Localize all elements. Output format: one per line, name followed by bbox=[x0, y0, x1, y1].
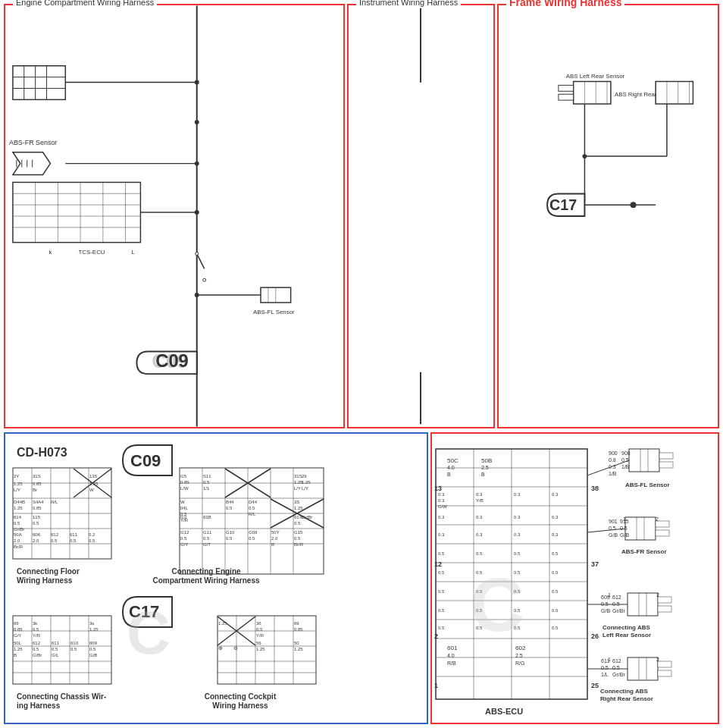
svg-text:2Y: 2Y bbox=[14, 474, 19, 479]
svg-text:4.0: 4.0 bbox=[447, 465, 455, 470]
svg-text:0.5: 0.5 bbox=[552, 608, 559, 613]
svg-rect-52 bbox=[559, 85, 574, 91]
svg-text:0.3: 0.3 bbox=[552, 515, 559, 519]
svg-point-62 bbox=[582, 154, 587, 158]
instrument-diagram bbox=[349, 5, 493, 427]
svg-text:612: 612 bbox=[612, 595, 621, 600]
svg-text:0.5: 0.5 bbox=[203, 536, 210, 541]
svg-text:1.25: 1.25 bbox=[14, 482, 23, 486]
svg-text:0.3: 0.3 bbox=[476, 532, 483, 537]
svg-text:0.3: 0.3 bbox=[438, 498, 445, 503]
svg-text:Compartment Wiring Harness: Compartment Wiring Harness bbox=[152, 576, 259, 585]
svg-text:1.25: 1.25 bbox=[294, 647, 303, 651]
svg-text:612: 612 bbox=[51, 532, 59, 537]
svg-text:G/Y: G/Y bbox=[180, 542, 188, 547]
svg-text:1.25: 1.25 bbox=[302, 480, 311, 485]
svg-text:115: 115 bbox=[33, 515, 41, 519]
svg-text:2.0: 2.0 bbox=[271, 536, 278, 541]
svg-text:0.5: 0.5 bbox=[33, 627, 39, 632]
main-container: Engine Compartment Wiring Harness ABS-FR… bbox=[0, 0, 723, 728]
svg-text:0.5: 0.5 bbox=[552, 551, 559, 556]
svg-text:0.5: 0.5 bbox=[52, 647, 58, 651]
svg-text:G09: G09 bbox=[249, 530, 258, 535]
svg-text:601: 601 bbox=[447, 645, 458, 651]
svg-text:Wiring Harness: Wiring Harness bbox=[17, 576, 73, 585]
svg-text:1.25: 1.25 bbox=[256, 647, 265, 651]
svg-text:R/L: R/L bbox=[51, 500, 58, 504]
svg-text:0.5: 0.5 bbox=[438, 608, 445, 613]
svg-text:G10: G10 bbox=[226, 530, 235, 535]
svg-text:04L: 04L bbox=[180, 506, 189, 510]
svg-text:135: 135 bbox=[89, 474, 98, 479]
svg-text:R/B: R/B bbox=[447, 661, 456, 666]
svg-text:Br: Br bbox=[33, 488, 37, 492]
svg-text:Connecting Floor: Connecting Floor bbox=[17, 567, 80, 576]
svg-text:56: 56 bbox=[256, 641, 261, 645]
bottom-right-diagram: 13 12 2 1 38 37 26 25 bbox=[432, 434, 721, 726]
svg-text:2: 2 bbox=[656, 516, 659, 522]
frame-diagram: ABS Left Rear Sensor ABS Right Rear Sens… bbox=[499, 5, 718, 427]
svg-text:CD-H073: CD-H073 bbox=[17, 446, 67, 459]
svg-text:B: B bbox=[271, 542, 274, 547]
svg-text:D44: D44 bbox=[249, 500, 258, 504]
svg-text:TCS-ECU: TCS-ECU bbox=[78, 249, 105, 256]
svg-text:0.3: 0.3 bbox=[552, 492, 559, 497]
svg-text:G/W: G/W bbox=[438, 504, 447, 509]
svg-rect-316 bbox=[656, 530, 669, 536]
svg-text:900: 900 bbox=[609, 450, 618, 456]
instrument-section: Instrument Wiring Harness bbox=[347, 4, 495, 428]
svg-text:0.3: 0.3 bbox=[476, 515, 483, 519]
svg-rect-55 bbox=[656, 81, 693, 104]
svg-text:ABS-ECU: ABS-ECU bbox=[485, 707, 523, 716]
svg-text:0.5: 0.5 bbox=[33, 647, 39, 651]
svg-text:Connecting ABS: Connecting ABS bbox=[602, 624, 650, 631]
svg-text:0.3: 0.3 bbox=[476, 492, 483, 497]
svg-text:1.25: 1.25 bbox=[218, 621, 227, 626]
svg-text:G11: G11 bbox=[203, 530, 212, 535]
svg-rect-315 bbox=[656, 521, 669, 527]
svg-text:⊕: ⊕ bbox=[218, 645, 223, 651]
bottom-right-section: 13 12 2 1 38 37 26 25 bbox=[430, 432, 719, 724]
svg-point-17 bbox=[195, 162, 199, 166]
svg-point-15 bbox=[195, 120, 199, 124]
svg-rect-336 bbox=[658, 597, 671, 603]
engine-section: Engine Compartment Wiring Harness ABS-FR… bbox=[4, 4, 345, 428]
svg-text:0.85: 0.85 bbox=[33, 506, 42, 510]
svg-text:1.25: 1.25 bbox=[14, 647, 23, 651]
svg-text:29: 29 bbox=[302, 474, 307, 479]
svg-text:0.3: 0.3 bbox=[514, 515, 521, 519]
svg-text:3s: 3s bbox=[89, 621, 94, 626]
svg-text:0.5: 0.5 bbox=[552, 570, 559, 575]
svg-text:1.25: 1.25 bbox=[294, 506, 303, 510]
svg-text:1/B: 1/B bbox=[621, 464, 630, 469]
svg-rect-333 bbox=[628, 593, 658, 616]
svg-text:L/Y: L/Y bbox=[294, 486, 301, 491]
svg-text:0.5: 0.5 bbox=[294, 521, 301, 526]
svg-text:614: 614 bbox=[14, 515, 22, 519]
svg-text:611: 611 bbox=[70, 532, 78, 537]
svg-text:0.5: 0.5 bbox=[89, 538, 95, 543]
svg-text:k: k bbox=[49, 249, 52, 256]
svg-text:C: C bbox=[470, 562, 524, 647]
svg-text:Connecting Engine: Connecting Engine bbox=[171, 567, 241, 576]
svg-text:B: B bbox=[447, 472, 451, 477]
svg-text:L: L bbox=[131, 249, 135, 256]
svg-text:Br/R: Br/R bbox=[294, 542, 304, 547]
svg-text:0.5: 0.5 bbox=[14, 521, 20, 526]
svg-text:D44B: D44B bbox=[14, 500, 25, 504]
svg-text:0.5: 0.5 bbox=[249, 506, 255, 510]
svg-text:0.3: 0.3 bbox=[552, 532, 559, 537]
svg-text:C: C bbox=[127, 599, 171, 667]
svg-text:ABS-FL Sensor: ABS-FL Sensor bbox=[625, 482, 670, 488]
svg-text:C09: C09 bbox=[130, 451, 161, 470]
svg-text:Gr/Br: Gr/Br bbox=[612, 672, 625, 677]
svg-rect-0 bbox=[13, 66, 65, 100]
svg-text:0.85: 0.85 bbox=[294, 627, 303, 632]
svg-text:0.85: 0.85 bbox=[180, 480, 189, 485]
svg-text:0.5: 0.5 bbox=[70, 538, 77, 543]
svg-text:0.3: 0.3 bbox=[514, 492, 521, 497]
svg-text:0.3: 0.3 bbox=[514, 532, 521, 537]
svg-text:ABS-FR Sensor: ABS-FR Sensor bbox=[621, 548, 667, 555]
svg-text:Connecting ABS: Connecting ABS bbox=[600, 688, 648, 695]
svg-rect-18 bbox=[13, 182, 140, 242]
